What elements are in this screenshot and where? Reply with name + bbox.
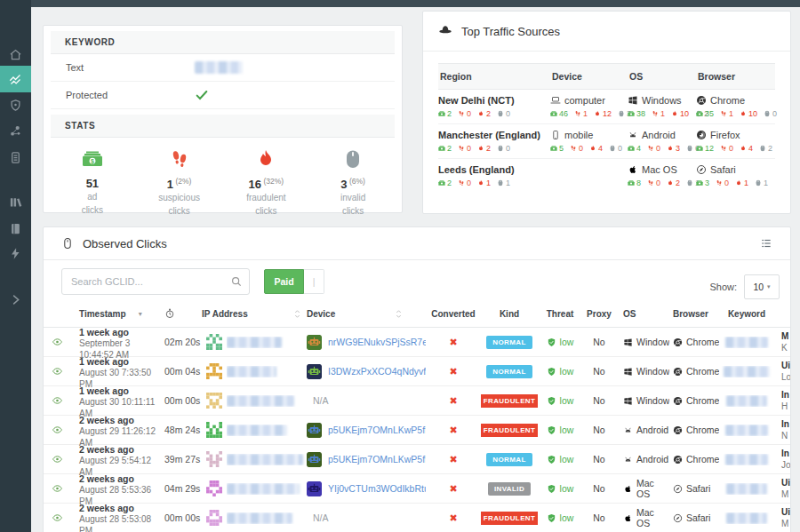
eye-icon[interactable] (51, 366, 64, 377)
eye-icon[interactable] (51, 425, 64, 435)
sort-desc-icon: ▾ (139, 310, 142, 318)
sidebar-item-collapse[interactable] (0, 286, 31, 313)
shield-check-icon (547, 337, 556, 347)
android-icon (623, 455, 633, 465)
paid-filter-alt-button[interactable]: | (304, 269, 325, 294)
timestamp-column-header[interactable]: Timestamp ▾ (70, 309, 159, 319)
ip-address-cell (227, 512, 307, 524)
converted-cell: ✖ (426, 366, 481, 377)
mini-stat: 0 (609, 144, 622, 153)
traffic-table-body: New Delhi (NCT)$2020computer$461123Windo… (438, 90, 775, 193)
mini-stat: 10 (740, 109, 757, 118)
list-icon[interactable] (760, 237, 772, 250)
mini-stat: 0 (497, 144, 510, 153)
paid-filter-button[interactable]: Paid (264, 269, 303, 294)
android-icon (623, 425, 633, 435)
flame-icon (667, 179, 674, 187)
search-box (61, 268, 250, 295)
duration-column-header[interactable] (159, 308, 202, 319)
flame-icon (477, 179, 484, 187)
sidebar-item-actions[interactable] (0, 240, 31, 266)
mouse-icon (618, 110, 625, 117)
ip-address-cell (227, 483, 307, 495)
threat-level: low (560, 425, 574, 435)
threat-cell: low (538, 483, 582, 494)
device-id-link[interactable]: p5UKEjm7OMnLKwP5fFE4Ow (328, 454, 426, 465)
flame-icon (477, 145, 484, 152)
show-label: Show: (709, 282, 737, 292)
keyword-redacted (725, 337, 768, 348)
threat-cell: low (538, 512, 582, 523)
location-cell: InJo (774, 448, 790, 471)
proxy-cell: No (582, 512, 616, 523)
proxy-column-header: Proxy (582, 309, 616, 319)
mini-stat: $3 (696, 179, 709, 187)
duration-cell: 04m 29s (159, 483, 202, 494)
traffic-col-device: Device (550, 71, 628, 82)
ip-column-header[interactable]: IP Address (202, 309, 307, 319)
timestamp-absolute: August 28 5:53:08 PM (79, 514, 159, 532)
flame-icon (667, 145, 674, 152)
sidebar-item-integrations[interactable] (0, 117, 31, 144)
device-avatar (307, 423, 322, 438)
device-id-link[interactable]: nrWG9ENukvSPjSsR7ef6SQ (328, 337, 426, 347)
page-size-select[interactable]: 10 ▾ (744, 274, 780, 299)
traffic-cell-stats: $12042 (696, 144, 775, 153)
traffic-row: New Delhi (NCT)$2020computer$461123Windo… (438, 90, 775, 124)
footprints-icon (458, 110, 465, 117)
eye-icon[interactable] (51, 483, 64, 494)
eye-icon[interactable] (51, 454, 64, 465)
sidebar-item-protection[interactable] (0, 91, 31, 118)
traffic-cell-stats: $2020 (438, 144, 550, 153)
device-cell: N/A (307, 395, 426, 406)
money-icon: $ (550, 110, 557, 117)
traffic-cell-stats: $381102 (628, 109, 696, 118)
mini-stat: 4 (589, 144, 603, 153)
stat-label: fraudulent (223, 191, 310, 204)
stat-item-fraudulent: 16 (32%)fraudulentclicks (223, 148, 310, 218)
search-icon[interactable] (230, 275, 243, 288)
browser-cell: Chrome (669, 366, 719, 377)
os-name: Windows (636, 337, 669, 347)
device-id-link[interactable]: I3DWzxPxXCO4qNdyvfkNNw (328, 366, 426, 377)
ip-address-cell (227, 366, 307, 377)
flame-icon (735, 179, 742, 187)
os-cell: Windows (616, 395, 669, 406)
device-id-link[interactable]: YIj0vCTUm3WOdIkbRtuELA (328, 483, 426, 494)
eye-icon[interactable] (51, 512, 64, 523)
duration-cell: 00m 04s (159, 366, 202, 377)
timestamp-relative: 1 week ago (79, 385, 159, 397)
kind-cell: FRAUDULENT (481, 394, 538, 408)
mini-stat: 0 (458, 179, 471, 187)
traffic-cell-name: Firefox (696, 130, 775, 140)
mouse-outline-icon (61, 237, 74, 250)
apple-icon (623, 484, 633, 494)
ip-address-redacted (227, 454, 303, 465)
eye-icon[interactable] (51, 395, 64, 406)
money-icon: $ (628, 145, 635, 152)
sort-both-icon (395, 309, 403, 319)
browser-name: Chrome (686, 366, 719, 377)
trend-icon (9, 73, 22, 86)
sidebar-item-analytics[interactable] (0, 66, 31, 92)
device-avatar (307, 452, 322, 467)
money-icon: $ (550, 145, 557, 152)
eye-icon[interactable] (51, 337, 64, 347)
mini-stat: 2 (477, 109, 491, 118)
device-cell: I3DWzxPxXCO4qNdyvfkNNw (307, 364, 426, 379)
sidebar-item-docs[interactable] (0, 215, 31, 242)
sidebar-item-home[interactable] (0, 41, 31, 67)
kind-badge: NORMAL (486, 453, 532, 466)
flame-icon (594, 110, 601, 117)
location-cell: InN (774, 418, 790, 441)
money-icon: $ (438, 179, 445, 187)
not-converted-x-icon: ✖ (449, 512, 457, 524)
mini-stat: 1 (755, 179, 768, 187)
sidebar-item-logs[interactable] (0, 144, 31, 171)
duration-cell: 02m 20s (159, 337, 202, 347)
device-id-link[interactable]: p5UKEjm7OMnLKwP5fFE4Ow (328, 425, 426, 435)
traffic-cell-stats: $4030 (628, 144, 696, 153)
sidebar-item-reports[interactable] (0, 188, 31, 215)
device-column-header[interactable]: Device (307, 309, 426, 319)
search-gclid-input[interactable] (61, 268, 250, 295)
